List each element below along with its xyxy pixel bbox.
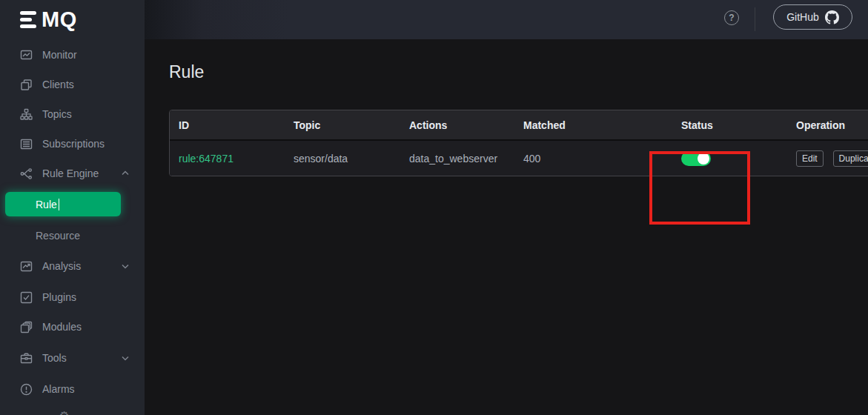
- sidebar-item-modules[interactable]: Modules: [0, 312, 145, 342]
- sidebar-item-label: Plugins: [42, 291, 76, 303]
- column-header-id: ID: [170, 119, 285, 131]
- sidebar-item-subscriptions[interactable]: Subscriptions: [0, 129, 145, 159]
- plugins-icon: [20, 291, 33, 304]
- sidebar-item-tools[interactable]: Tools: [0, 343, 145, 373]
- table-row: rule:647871 sensor/data data_to_webserve…: [170, 139, 868, 176]
- help-button[interactable]: ?: [724, 10, 739, 25]
- rule-actions-value: data_to_webserver: [400, 153, 514, 165]
- clients-icon: [20, 79, 33, 91]
- github-button[interactable]: GitHub: [773, 4, 852, 30]
- column-header-operation: Operation: [787, 119, 868, 131]
- monitor-icon: [20, 49, 33, 62]
- sidebar-item-clients[interactable]: Clients: [0, 70, 145, 99]
- chevron-down-icon[interactable]: [121, 353, 130, 362]
- sidebar-item-label: Analysis: [42, 260, 81, 272]
- text-cursor: [59, 199, 60, 210]
- chevron-up-icon[interactable]: [121, 169, 130, 178]
- github-icon: [825, 10, 839, 24]
- github-button-label: GitHub: [786, 11, 819, 23]
- column-header-topic: Topic: [285, 119, 400, 131]
- topics-icon: [20, 108, 33, 121]
- alarms-icon: [20, 383, 33, 396]
- sidebar-subitem-resource[interactable]: Resource: [0, 221, 145, 250]
- topbar-divider: [755, 7, 755, 31]
- rules-table: ID Topic Actions Matched Status Operatio…: [169, 110, 868, 176]
- rule-id-link[interactable]: rule:647871: [179, 153, 233, 165]
- sidebar-item-label: Monitor: [42, 49, 77, 61]
- toggle-knob: [698, 153, 709, 165]
- gear-icon-partial: ⚙: [59, 409, 69, 415]
- sidebar-item-rule-engine[interactable]: Rule Engine: [0, 159, 145, 188]
- sidebar-item-topics[interactable]: Topics: [0, 99, 145, 129]
- topbar: ? GitHub: [145, 0, 868, 39]
- duplicate-button[interactable]: Duplicate: [833, 150, 868, 167]
- sidebar-subitem-label: Rule: [36, 199, 57, 210]
- emq-logo-text: MQ: [42, 9, 77, 30]
- sidebar-item-monitor[interactable]: Monitor: [0, 40, 145, 70]
- main-content: Rule ID Topic Actions Matched Status Ope…: [145, 39, 868, 415]
- question-mark-icon: ?: [729, 13, 734, 23]
- sidebar-item-label: Subscriptions: [42, 138, 105, 150]
- sidebar-item-label: Rule Engine: [42, 167, 99, 179]
- column-header-matched: Matched: [514, 119, 672, 131]
- sidebar-item-label: Tools: [42, 352, 67, 364]
- analysis-icon: [20, 260, 33, 273]
- sidebar-item-plugins[interactable]: Plugins: [0, 282, 145, 312]
- column-header-actions: Actions: [400, 119, 514, 131]
- modules-icon: [20, 321, 33, 333]
- rule-topic-value: sensor/data: [285, 153, 400, 165]
- sidebar-subitem-label: Resource: [36, 230, 80, 242]
- chevron-down-icon[interactable]: [121, 262, 130, 270]
- sidebar-item-label: Alarms: [42, 383, 75, 395]
- sidebar-item-alarms[interactable]: Alarms: [0, 374, 145, 404]
- emq-logo-icon: [20, 11, 36, 28]
- table-header-row: ID Topic Actions Matched Status Operatio…: [170, 110, 868, 139]
- sidebar-item-label: Clients: [42, 79, 74, 90]
- emq-logo[interactable]: MQ: [20, 9, 77, 30]
- tools-icon: [20, 352, 33, 365]
- rule-matched-value: 400: [514, 153, 672, 165]
- sidebar-item-label: Modules: [42, 321, 82, 333]
- sidebar-item-label: Topics: [42, 108, 72, 120]
- column-header-status: Status: [672, 119, 787, 131]
- rule-engine-icon: [20, 167, 33, 180]
- sidebar: MQ Monitor Clients: [0, 0, 145, 415]
- status-toggle-on[interactable]: [681, 151, 711, 166]
- page-title: Rule: [169, 62, 204, 82]
- sidebar-subitem-rule-selected[interactable]: Rule: [5, 192, 121, 216]
- edit-button[interactable]: Edit: [796, 150, 824, 167]
- sidebar-item-analysis[interactable]: Analysis: [0, 251, 145, 281]
- subscriptions-icon: [20, 138, 33, 150]
- emqx-dashboard: MQ Monitor Clients: [0, 0, 868, 415]
